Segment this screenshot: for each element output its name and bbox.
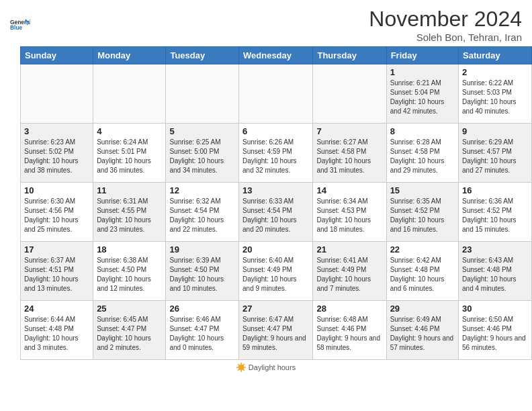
day-info: Sunrise: 6:38 AM Sunset: 4:50 PM Dayligh… <box>97 256 162 293</box>
day-number: 25 <box>97 304 162 314</box>
day-number: 14 <box>316 185 382 195</box>
calendar-cell: 5Sunrise: 6:25 AM Sunset: 5:00 PM Daylig… <box>166 124 239 183</box>
column-header-wednesday: Wednesday <box>239 47 313 64</box>
calendar-cell: 24Sunrise: 6:44 AM Sunset: 4:48 PM Dayli… <box>21 301 93 360</box>
logo-icon: General Blue <box>10 15 30 35</box>
day-number: 26 <box>169 304 235 314</box>
day-info: Sunrise: 6:24 AM Sunset: 5:01 PM Dayligh… <box>97 138 162 175</box>
day-number: 24 <box>24 304 89 314</box>
month-title: November 2024 <box>369 7 522 32</box>
calendar-cell: 23Sunrise: 6:43 AM Sunset: 4:48 PM Dayli… <box>459 242 532 301</box>
calendar-cell <box>239 64 313 124</box>
calendar-cell: 2Sunrise: 6:22 AM Sunset: 5:03 PM Daylig… <box>459 64 532 124</box>
day-number: 30 <box>462 304 528 314</box>
calendar-cell: 9Sunrise: 6:29 AM Sunset: 4:57 PM Daylig… <box>459 124 532 183</box>
week-row-2: 10Sunrise: 6:30 AM Sunset: 4:56 PM Dayli… <box>21 183 532 242</box>
column-header-saturday: Saturday <box>459 47 532 64</box>
calendar-cell: 4Sunrise: 6:24 AM Sunset: 5:01 PM Daylig… <box>93 124 166 183</box>
calendar-cell: 20Sunrise: 6:40 AM Sunset: 4:49 PM Dayli… <box>239 242 313 301</box>
week-row-3: 17Sunrise: 6:37 AM Sunset: 4:51 PM Dayli… <box>21 242 532 301</box>
calendar-cell: 28Sunrise: 6:48 AM Sunset: 4:46 PM Dayli… <box>313 301 386 360</box>
day-info: Sunrise: 6:33 AM Sunset: 4:54 PM Dayligh… <box>242 197 309 234</box>
day-info: Sunrise: 6:31 AM Sunset: 4:55 PM Dayligh… <box>97 197 162 234</box>
sun-icon <box>236 363 246 372</box>
calendar-cell: 12Sunrise: 6:32 AM Sunset: 4:54 PM Dayli… <box>166 183 239 242</box>
day-info: Sunrise: 6:37 AM Sunset: 4:51 PM Dayligh… <box>24 256 89 293</box>
day-info: Sunrise: 6:29 AM Sunset: 4:57 PM Dayligh… <box>462 138 528 175</box>
svg-line-10 <box>243 369 245 371</box>
day-number: 11 <box>97 185 162 195</box>
day-info: Sunrise: 6:34 AM Sunset: 4:53 PM Dayligh… <box>316 197 382 234</box>
week-row-1: 3Sunrise: 6:23 AM Sunset: 5:02 PM Daylig… <box>21 124 532 183</box>
svg-line-12 <box>238 369 239 371</box>
week-row-4: 24Sunrise: 6:44 AM Sunset: 4:48 PM Dayli… <box>21 301 532 360</box>
day-number: 12 <box>169 185 235 195</box>
day-number: 8 <box>390 126 455 136</box>
daylight-hours-label: Daylight hours <box>249 363 296 371</box>
calendar-cell: 22Sunrise: 6:42 AM Sunset: 4:48 PM Dayli… <box>386 242 458 301</box>
calendar-cell: 13Sunrise: 6:33 AM Sunset: 4:54 PM Dayli… <box>239 183 313 242</box>
day-info: Sunrise: 6:47 AM Sunset: 4:47 PM Dayligh… <box>242 315 309 353</box>
day-number: 18 <box>97 244 162 255</box>
day-info: Sunrise: 6:27 AM Sunset: 4:58 PM Dayligh… <box>316 138 382 175</box>
day-info: Sunrise: 6:26 AM Sunset: 4:59 PM Dayligh… <box>242 138 309 175</box>
legend-item-daylight: Daylight hours <box>236 363 296 372</box>
calendar-cell: 10Sunrise: 6:30 AM Sunset: 4:56 PM Dayli… <box>21 183 93 242</box>
day-info: Sunrise: 6:25 AM Sunset: 5:00 PM Dayligh… <box>169 138 235 175</box>
day-number: 9 <box>462 126 528 136</box>
day-number: 16 <box>462 185 528 195</box>
day-number: 15 <box>390 185 455 195</box>
calendar-cell <box>93 64 166 124</box>
calendar-cell: 25Sunrise: 6:45 AM Sunset: 4:47 PM Dayli… <box>93 301 166 360</box>
day-info: Sunrise: 6:50 AM Sunset: 4:46 PM Dayligh… <box>462 315 528 353</box>
column-header-monday: Monday <box>93 47 166 64</box>
calendar-cell: 7Sunrise: 6:27 AM Sunset: 4:58 PM Daylig… <box>313 124 386 183</box>
legend: Daylight hours <box>0 360 532 375</box>
column-header-tuesday: Tuesday <box>166 47 239 64</box>
day-info: Sunrise: 6:45 AM Sunset: 4:47 PM Dayligh… <box>97 315 162 353</box>
day-number: 23 <box>462 244 528 255</box>
calendar-cell <box>313 64 386 124</box>
day-info: Sunrise: 6:41 AM Sunset: 4:49 PM Dayligh… <box>316 256 382 293</box>
page-header: General Blue November 2024 Soleh Bon, Te… <box>0 0 532 46</box>
day-info: Sunrise: 6:28 AM Sunset: 4:58 PM Dayligh… <box>390 138 455 175</box>
svg-line-9 <box>238 364 239 365</box>
column-header-friday: Friday <box>386 47 458 64</box>
calendar-cell: 30Sunrise: 6:50 AM Sunset: 4:46 PM Dayli… <box>459 301 532 360</box>
calendar-cell: 6Sunrise: 6:26 AM Sunset: 4:59 PM Daylig… <box>239 124 313 183</box>
day-info: Sunrise: 6:36 AM Sunset: 4:52 PM Dayligh… <box>462 197 528 234</box>
day-info: Sunrise: 6:44 AM Sunset: 4:48 PM Dayligh… <box>24 315 89 353</box>
day-info: Sunrise: 6:32 AM Sunset: 4:54 PM Dayligh… <box>169 197 235 234</box>
day-info: Sunrise: 6:39 AM Sunset: 4:50 PM Dayligh… <box>169 256 235 293</box>
day-info: Sunrise: 6:21 AM Sunset: 5:04 PM Dayligh… <box>390 79 455 116</box>
calendar-cell: 27Sunrise: 6:47 AM Sunset: 4:47 PM Dayli… <box>239 301 313 360</box>
day-info: Sunrise: 6:30 AM Sunset: 4:56 PM Dayligh… <box>24 197 89 234</box>
calendar-cell: 8Sunrise: 6:28 AM Sunset: 4:58 PM Daylig… <box>386 124 458 183</box>
day-info: Sunrise: 6:43 AM Sunset: 4:48 PM Dayligh… <box>462 256 528 293</box>
day-info: Sunrise: 6:42 AM Sunset: 4:48 PM Dayligh… <box>390 256 455 293</box>
day-number: 2 <box>462 67 528 77</box>
day-info: Sunrise: 6:23 AM Sunset: 5:02 PM Dayligh… <box>24 138 89 175</box>
column-header-thursday: Thursday <box>313 47 386 64</box>
day-info: Sunrise: 6:35 AM Sunset: 4:52 PM Dayligh… <box>390 197 455 234</box>
svg-line-11 <box>243 364 245 365</box>
svg-point-4 <box>238 365 244 370</box>
day-number: 20 <box>242 244 309 255</box>
day-number: 28 <box>316 304 382 314</box>
day-number: 4 <box>97 126 162 136</box>
day-number: 7 <box>316 126 382 136</box>
day-info: Sunrise: 6:22 AM Sunset: 5:03 PM Dayligh… <box>462 79 528 116</box>
day-number: 13 <box>242 185 309 195</box>
calendar-table: SundayMondayTuesdayWednesdayThursdayFrid… <box>20 46 532 360</box>
calendar-cell: 14Sunrise: 6:34 AM Sunset: 4:53 PM Dayli… <box>313 183 386 242</box>
calendar-cell: 19Sunrise: 6:39 AM Sunset: 4:50 PM Dayli… <box>166 242 239 301</box>
calendar-body: 1Sunrise: 6:21 AM Sunset: 5:04 PM Daylig… <box>21 64 532 360</box>
day-info: Sunrise: 6:40 AM Sunset: 4:49 PM Dayligh… <box>242 256 309 293</box>
calendar-cell: 3Sunrise: 6:23 AM Sunset: 5:02 PM Daylig… <box>21 124 93 183</box>
column-header-sunday: Sunday <box>21 47 93 64</box>
location-subtitle: Soleh Bon, Tehran, Iran <box>369 32 522 43</box>
day-info: Sunrise: 6:46 AM Sunset: 4:47 PM Dayligh… <box>169 315 235 353</box>
calendar-header-row: SundayMondayTuesdayWednesdayThursdayFrid… <box>21 47 532 64</box>
title-section: November 2024 Soleh Bon, Tehran, Iran <box>369 7 522 43</box>
calendar-cell: 15Sunrise: 6:35 AM Sunset: 4:52 PM Dayli… <box>386 183 458 242</box>
